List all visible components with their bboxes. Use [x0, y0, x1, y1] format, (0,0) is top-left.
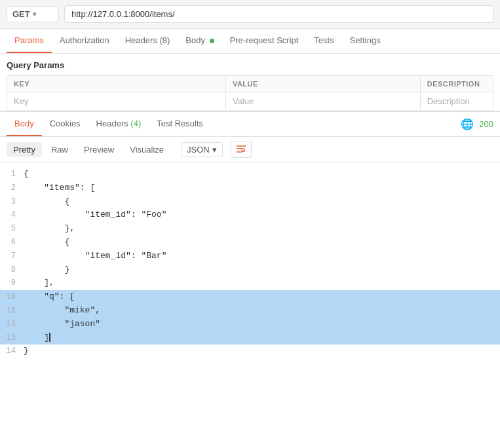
url-bar: GET ▾ [0, 0, 500, 29]
line-content: { [24, 236, 497, 250]
line-content: }, [24, 222, 497, 236]
url-input[interactable] [64, 5, 493, 23]
resp-tab-cookies[interactable]: Cookies [42, 112, 88, 136]
json-line: 13 ] [0, 331, 500, 345]
json-line: 7 "item_id": "Bar" [0, 250, 500, 263]
line-content: "item_id": "Foo" [24, 208, 497, 222]
resp-tab-body[interactable]: Body [7, 112, 42, 136]
params-desc-cell[interactable]: Description [420, 92, 493, 111]
line-content: ], [24, 276, 497, 290]
line-number: 1 [3, 168, 24, 181]
line-content: "q": [ [24, 290, 497, 304]
tab-settings[interactable]: Settings [342, 29, 389, 53]
tab-body[interactable]: Body [178, 29, 221, 53]
line-number: 9 [3, 276, 24, 289]
line-number: 2 [3, 181, 24, 195]
line-content: } [24, 345, 497, 358]
globe-icon: 🌐 [461, 118, 474, 130]
line-number: 10 [3, 290, 24, 303]
view-tab-raw[interactable]: Raw [45, 142, 75, 157]
view-tabs: Pretty Raw Preview Visualize JSON ▾ [0, 137, 500, 162]
line-number: 11 [3, 304, 24, 317]
status-badge: 200 [479, 119, 493, 129]
line-content: "items": [ [24, 181, 497, 195]
col-header-value: VALUE [225, 76, 420, 92]
json-line: 2 "items": [ [0, 181, 500, 195]
params-key-cell[interactable]: Key [7, 92, 226, 111]
json-line: 14} [0, 345, 500, 358]
json-line: 5 }, [0, 222, 500, 236]
line-number: 3 [3, 195, 24, 208]
line-content: ] [24, 331, 497, 345]
method-selector[interactable]: GET ▾ [7, 6, 59, 22]
line-content: "item_id": "Bar" [24, 250, 497, 263]
line-content: } [24, 263, 497, 277]
line-number: 5 [3, 222, 24, 235]
line-number: 4 [3, 208, 24, 221]
line-number: 7 [3, 250, 24, 263]
line-content: { [24, 168, 497, 181]
params-table: KEY VALUE DESCRIPTION Key Value Descript… [7, 75, 493, 111]
line-number: 6 [3, 236, 24, 249]
view-tab-visualize[interactable]: Visualize [123, 142, 170, 157]
line-number: 8 [3, 263, 24, 276]
response-section: Body Cookies Headers (4) Test Results 🌐 … [0, 111, 500, 364]
json-line: 10 "q": [ [0, 290, 500, 304]
col-header-key: KEY [7, 76, 226, 92]
json-line: 9 ], [0, 276, 500, 290]
request-tabs: Params Authorization Headers (8) Body Pr… [0, 29, 500, 54]
json-line: 4 "item_id": "Foo" [0, 208, 500, 222]
method-chevron-icon: ▾ [33, 10, 36, 18]
json-line: 8 } [0, 263, 500, 277]
view-tab-pretty[interactable]: Pretty [7, 142, 42, 157]
json-body: 1{2 "items": [3 {4 "item_id": "Foo"5 },6… [0, 162, 500, 364]
params-empty-row: Key Value Description [7, 92, 493, 111]
line-number: 14 [3, 345, 24, 358]
line-number: 13 [3, 331, 24, 345]
tab-params[interactable]: Params [7, 29, 52, 53]
params-value-cell[interactable]: Value [225, 92, 420, 111]
response-tabs: Body Cookies Headers (4) Test Results 🌐 … [0, 112, 500, 137]
tab-headers[interactable]: Headers (8) [117, 29, 178, 53]
resp-tab-headers[interactable]: Headers (4) [88, 112, 149, 136]
col-header-desc: DESCRIPTION [420, 76, 493, 92]
line-content: { [24, 195, 497, 209]
json-line: 6 { [0, 236, 500, 250]
resp-tab-test-results[interactable]: Test Results [149, 112, 211, 136]
json-line: 1{ [0, 168, 500, 181]
method-label: GET [12, 9, 30, 19]
line-content: "jason" [24, 318, 497, 331]
tab-tests[interactable]: Tests [306, 29, 341, 53]
status-indicator: 🌐 200 [461, 118, 493, 130]
text-cursor [49, 333, 50, 342]
json-line: 11 "mike", [0, 304, 500, 318]
line-number: 12 [3, 318, 24, 331]
tab-prerequest[interactable]: Pre-request Script [222, 29, 307, 53]
format-selector[interactable]: JSON ▾ [181, 142, 223, 157]
format-chevron-icon: ▾ [212, 145, 217, 155]
query-params-section: Query Params KEY VALUE DESCRIPTION Key V… [0, 54, 500, 111]
body-dot-indicator [210, 39, 214, 43]
json-line: 12 "jason" [0, 318, 500, 331]
tab-authorization[interactable]: Authorization [52, 29, 117, 53]
wrap-icon[interactable] [231, 141, 252, 158]
view-tab-preview[interactable]: Preview [77, 142, 121, 157]
query-params-title: Query Params [7, 60, 493, 70]
json-line: 3 { [0, 195, 500, 209]
line-content: "mike", [24, 304, 497, 318]
